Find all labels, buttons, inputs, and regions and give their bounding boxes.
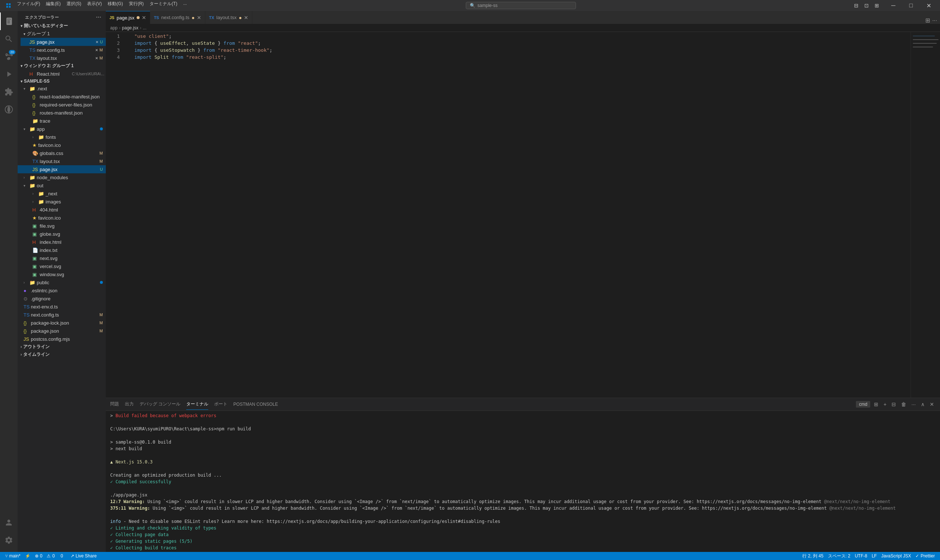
close-panel-btn[interactable]: ✕ <box>928 401 935 408</box>
file-package-lock[interactable]: {} package-lock.json M <box>18 319 106 327</box>
menu-run[interactable]: 実行(R) <box>126 0 147 11</box>
file-layout-tsx[interactable]: TX layout.tsx M <box>18 157 106 165</box>
file-index-txt[interactable]: 📄 index.txt <box>18 246 106 254</box>
breadcrumb-app[interactable]: app <box>110 25 117 31</box>
panel-tab-ports[interactable]: ポート <box>214 399 228 410</box>
activity-extensions[interactable] <box>0 83 18 101</box>
menu-select[interactable]: 選択(S) <box>63 0 84 11</box>
status-branch[interactable]: ⑂ main* <box>3 552 23 560</box>
folder-images[interactable]: › 📁 images <box>18 198 106 206</box>
section-outline[interactable]: › アウトライン <box>18 343 106 351</box>
panel-tab-debug[interactable]: デバッグ コンソール <box>140 399 180 410</box>
section-open-editors[interactable]: ▾ 開いているエディター <box>18 22 106 30</box>
minimize-button[interactable]: ─ <box>885 0 902 11</box>
file-404-html[interactable]: H 404.html <box>18 206 106 214</box>
folder-fonts[interactable]: › 📁 fonts <box>18 133 106 141</box>
menu-more[interactable]: ... <box>180 0 190 11</box>
status-prettier[interactable]: ✓ Prettier <box>913 552 937 560</box>
panel-tab-postman[interactable]: POSTMAN CONSOLE <box>233 400 278 409</box>
file-index-html[interactable]: H index.html <box>18 238 106 246</box>
file-globe-svg[interactable]: ▣ globe.svg <box>18 230 106 238</box>
add-terminal-btn[interactable]: + <box>882 401 888 408</box>
tab-close-btn[interactable]: ✕ <box>142 15 146 20</box>
close-icon[interactable]: ✕ <box>95 56 100 60</box>
status-position[interactable]: 行 2, 列 45 <box>800 552 825 560</box>
activity-remote[interactable] <box>0 101 18 118</box>
terminal-layout-btn[interactable]: ⊟ <box>890 401 897 408</box>
tab-next-config[interactable]: TS next.config.ts ● ✕ <box>150 11 205 24</box>
folder-node-modules[interactable]: › 📁 node_modules <box>18 173 106 182</box>
activity-search[interactable] <box>0 30 18 48</box>
open-editor-layout[interactable]: TX layout.tsx ✕ M <box>21 54 106 62</box>
file-file-svg[interactable]: ▣ file.svg <box>18 222 106 230</box>
file-globals-css[interactable]: 🎨 globals.css M <box>18 149 106 157</box>
tab-close-btn[interactable]: ✕ <box>197 15 201 20</box>
status-indent[interactable]: スペース: 2 <box>826 552 852 560</box>
file-package-json[interactable]: {} package.json M <box>18 327 106 335</box>
status-warnings[interactable]: ⚠ 0 <box>45 552 57 560</box>
split-terminal-btn[interactable]: ⊞ <box>872 401 880 408</box>
more-tabs-btn[interactable]: ··· <box>932 17 937 24</box>
section-project[interactable]: ▾ SAMPLE-SS <box>18 78 106 85</box>
layout-btn-2[interactable]: ⊡ <box>862 2 871 9</box>
restore-button[interactable]: □ <box>903 0 919 11</box>
file-next-svg[interactable]: ▣ next.svg <box>18 254 106 262</box>
folder-public[interactable]: › 📁 public <box>18 278 106 286</box>
folder-out[interactable]: ▾ 📁 out <box>18 182 106 189</box>
tab-layout-tsx[interactable]: TX layout.tsx ● ✕ <box>205 11 252 24</box>
chevron-up-icon[interactable]: ∧ <box>919 401 926 408</box>
file-next-config-ts[interactable]: TS next.config.ts M <box>18 311 106 319</box>
menu-terminal[interactable]: ターミナル(T) <box>146 0 180 11</box>
file-eslintrc[interactable]: ● .eslintrc.json <box>18 286 106 294</box>
file-window-svg[interactable]: ▣ window.svg <box>18 270 106 278</box>
file-gitignore[interactable]: ⊙ .gitignore <box>18 294 106 303</box>
search-box[interactable]: 🔍 sample-ss <box>466 2 576 9</box>
menu-file[interactable]: ファイル(F) <box>14 0 43 11</box>
panel-more-btn[interactable]: ··· <box>910 401 917 408</box>
section-group2[interactable]: ▾ ウィンドウ 2: グループ 1 <box>18 62 106 70</box>
code-area[interactable]: "use client"; import { useEffect, useSta… <box>124 32 911 398</box>
status-liveshare[interactable]: ↗ Live Share <box>68 552 99 560</box>
status-info[interactable]: 0 <box>57 552 65 560</box>
folder-app[interactable]: ▾ 📁 app <box>18 125 106 133</box>
file-vercel-svg[interactable]: ▣ vercel.svg <box>18 262 106 270</box>
open-editor-next-config[interactable]: TS next.config.ts ✕ M <box>21 46 106 54</box>
close-button[interactable]: ✕ <box>920 0 937 11</box>
status-language[interactable]: JavaScript JSX <box>879 552 913 560</box>
file-required-server[interactable]: {} required-server-files.json <box>18 101 106 109</box>
file-react-loadable[interactable]: {} react-loadable-manifest.json <box>18 92 106 101</box>
status-eol[interactable]: LF <box>869 552 879 560</box>
menu-view[interactable]: 表示(V) <box>84 0 105 11</box>
open-editor-page-jsx[interactable]: JS page.jsx ✕ U <box>21 38 106 46</box>
file-postcss-config[interactable]: JS postcss.config.mjs <box>18 335 106 343</box>
status-sync[interactable]: ⚡ <box>23 552 33 560</box>
status-errors[interactable]: ⊗ 0 <box>33 552 45 560</box>
folder-next[interactable]: ▾ 📁 .next <box>18 85 106 92</box>
sidebar-more-btn[interactable]: ··· <box>96 14 102 20</box>
activity-accounts[interactable] <box>0 514 18 531</box>
panel-tab-problems[interactable]: 問題 <box>110 399 119 410</box>
activity-settings[interactable] <box>0 531 18 549</box>
file-routes-manifest[interactable]: {} routes-manifest.json <box>18 109 106 117</box>
file-favicon-ico-app[interactable]: ★ favicon.ico <box>18 141 106 149</box>
panel-tab-terminal[interactable]: ターミナル <box>186 399 208 410</box>
menu-edit[interactable]: 編集(E) <box>43 0 63 11</box>
file-favicon-ico-out[interactable]: ★ favicon.ico <box>18 214 106 222</box>
menu-go[interactable]: 移動(G) <box>105 0 126 11</box>
activity-run[interactable] <box>0 65 18 83</box>
close-icon[interactable]: ✕ <box>95 40 100 44</box>
tab-page-jsx[interactable]: JS page.jsx ✕ <box>106 11 150 24</box>
folder-next2[interactable]: › 📁 _next <box>18 189 106 198</box>
layout-btn-3[interactable]: ⊞ <box>872 2 881 9</box>
tab-close-btn[interactable]: ✕ <box>244 15 248 20</box>
split-editor-btn[interactable]: ⊞ <box>925 17 930 24</box>
layout-btn-1[interactable]: ⊟ <box>852 2 861 9</box>
activity-explorer[interactable] <box>0 12 18 30</box>
close-icon[interactable]: ✕ <box>95 48 100 52</box>
file-next-env[interactable]: TS next-env.d.ts <box>18 303 106 311</box>
panel-tab-output[interactable]: 出力 <box>125 399 134 410</box>
activity-source-control[interactable]: 20 <box>0 48 18 65</box>
breadcrumb-file[interactable]: page.jsx <box>122 25 138 31</box>
file-trace[interactable]: 📁 trace <box>18 117 106 125</box>
terminal-content[interactable]: > Build failed because of webpack errors… <box>106 411 940 552</box>
